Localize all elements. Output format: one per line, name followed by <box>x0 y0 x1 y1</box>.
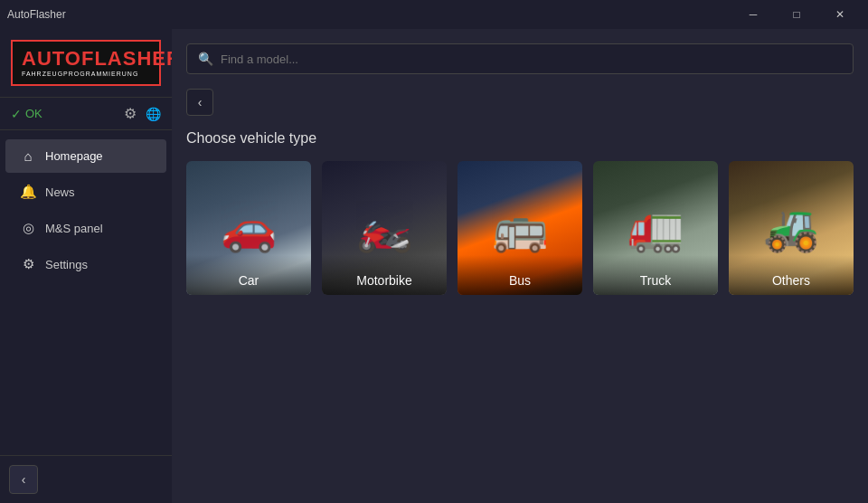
nav-mspanel-label: M&S panel <box>45 222 103 235</box>
app-body: AUTOFLASHER FAHRZEUGPROGRAMMIERUNG ✓ OK … <box>0 29 868 503</box>
home-icon: ⌂ <box>20 148 36 164</box>
back-button[interactable]: ‹ <box>186 89 213 116</box>
sidebar-footer: ‹ <box>0 455 172 503</box>
nav-settings-label: Settings <box>45 258 88 271</box>
vehicle-card-others[interactable]: Others <box>729 161 854 295</box>
close-button[interactable]: ✕ <box>819 0 861 29</box>
logo-area: AUTOFLASHER FAHRZEUGPROGRAMMIERUNG <box>0 29 172 98</box>
settings-icon: ⚙ <box>20 256 36 272</box>
usb-icon: ⚙ <box>124 105 137 122</box>
search-input[interactable] <box>221 52 842 66</box>
sidebar-item-homepage[interactable]: ⌂ Homepage <box>5 139 166 173</box>
sidebar-item-news[interactable]: 🔔 News <box>5 175 166 209</box>
vehicle-label-car: Car <box>186 255 311 295</box>
status-bar: ✓ OK ⚙ 🌐 <box>0 98 172 130</box>
ok-check-icon: ✓ <box>11 107 22 121</box>
vehicle-label-others: Others <box>729 255 854 295</box>
search-icon: 🔍 <box>198 52 213 66</box>
vehicle-card-truck[interactable]: Truck <box>593 161 718 295</box>
window-controls: ─ □ ✕ <box>732 0 861 29</box>
logo-text: AUTOFLASHER <box>22 49 182 69</box>
vehicle-card-motorbike[interactable]: Motorbike <box>322 161 447 295</box>
sidebar-item-ms-panel[interactable]: ◎ M&S panel <box>5 211 166 245</box>
logo-box: AUTOFLASHER FAHRZEUGPROGRAMMIERUNG <box>11 40 161 86</box>
minimize-button[interactable]: ─ <box>732 0 774 29</box>
sidebar-collapse-button[interactable]: ‹ <box>9 465 38 494</box>
section-title: Choose vehicle type <box>186 130 854 147</box>
back-chevron-icon: ‹ <box>198 95 203 109</box>
vehicle-label-motorbike: Motorbike <box>322 255 447 295</box>
status-ok: ✓ OK <box>11 107 42 121</box>
nav-menu: ⌂ Homepage 🔔 News ◎ M&S panel ⚙ Settings <box>0 130 172 455</box>
ok-label: OK <box>25 107 42 120</box>
vehicle-label-bus: Bus <box>458 255 582 295</box>
logo-flasher: FLASHER <box>81 47 182 70</box>
app-title: AutoFlasher <box>7 8 66 21</box>
sidebar: AUTOFLASHER FAHRZEUGPROGRAMMIERUNG ✓ OK … <box>0 29 172 503</box>
sidebar-item-settings[interactable]: ⚙ Settings <box>5 247 166 281</box>
chevron-left-icon: ‹ <box>22 472 26 487</box>
bell-icon: 🔔 <box>20 184 36 200</box>
vehicle-label-truck: Truck <box>593 255 718 295</box>
logo-subtext: FAHRZEUGPROGRAMMIERUNG <box>22 71 138 77</box>
globe-icon: 🌐 <box>146 107 161 121</box>
search-bar: 🔍 <box>186 43 854 74</box>
vehicle-card-car[interactable]: Car <box>186 161 311 295</box>
nav-news-label: News <box>45 185 75 199</box>
top-nav: ‹ <box>186 89 854 116</box>
nav-homepage-label: Homepage <box>45 149 103 163</box>
main-content: 🔍 ‹ Choose vehicle type Car Motorbike Bu… <box>172 29 868 503</box>
logo-auto: AUTO <box>22 47 81 70</box>
vehicle-grid: Car Motorbike Bus Truck Others <box>186 161 854 295</box>
vehicle-card-bus[interactable]: Bus <box>458 161 582 295</box>
title-bar: AutoFlasher ─ □ ✕ <box>0 0 868 29</box>
maximize-button[interactable]: □ <box>776 0 817 29</box>
panel-icon: ◎ <box>20 220 36 236</box>
